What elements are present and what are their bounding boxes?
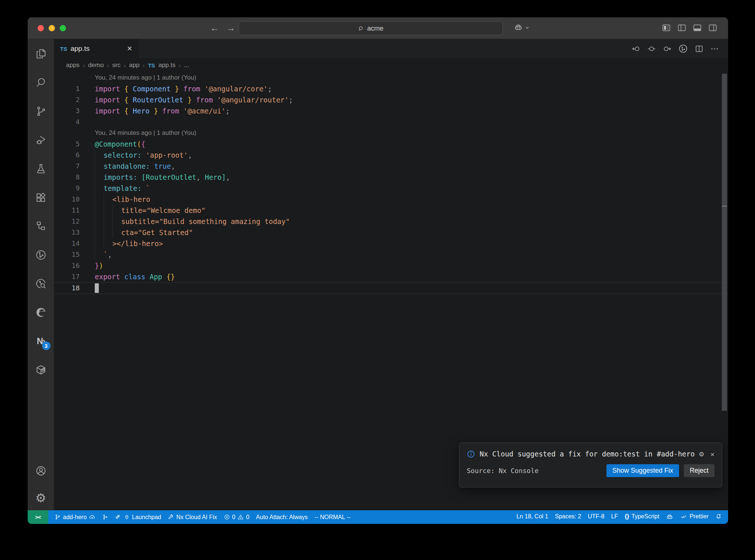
code-line[interactable]: 2import { RouterOutlet } from '@angular/… bbox=[54, 94, 728, 105]
code-editor[interactable]: You, 24 minutes ago | 1 author (You)1imp… bbox=[54, 72, 728, 510]
minimize-window-button[interactable] bbox=[49, 25, 55, 31]
code-line[interactable]: 18 bbox=[54, 282, 728, 294]
code-line[interactable]: 4 bbox=[54, 116, 728, 127]
indent-guide bbox=[95, 205, 104, 216]
edge-browser-icon[interactable] bbox=[35, 306, 47, 319]
plug-icon bbox=[124, 514, 130, 520]
code-line[interactable]: 6selector: 'app-root', bbox=[54, 150, 728, 161]
history-forward-button[interactable]: → bbox=[226, 22, 235, 34]
notification-close-icon[interactable]: ✕ bbox=[710, 450, 714, 458]
breadcrumb-item[interactable]: ... bbox=[184, 62, 189, 69]
notification-settings-icon[interactable]: ⚙ bbox=[699, 449, 704, 458]
gitlens-inspect-icon[interactable] bbox=[35, 277, 47, 290]
eol-label: LF bbox=[611, 513, 618, 520]
formatter-button[interactable]: Prettier bbox=[677, 513, 712, 520]
nx-run-target-icon[interactable] bbox=[678, 43, 688, 54]
code-line[interactable]: 11title="Welcmoe demo" bbox=[54, 205, 728, 216]
git-graph-button[interactable] bbox=[99, 510, 112, 524]
code-line[interactable]: 7standalone: true, bbox=[54, 161, 728, 172]
split-editor-icon[interactable] bbox=[695, 44, 704, 53]
branch-label: add-hero bbox=[63, 514, 87, 521]
prev-change-icon[interactable] bbox=[632, 44, 641, 53]
cursor-position-label: Ln 18, Col 1 bbox=[516, 513, 548, 520]
auto-attach-button[interactable]: Auto Attach: Always bbox=[253, 510, 311, 524]
containers-icon[interactable] bbox=[35, 364, 47, 376]
toggle-panel-icon[interactable] bbox=[693, 24, 702, 31]
line-number: 15 bbox=[54, 249, 80, 260]
error-count: 0 bbox=[232, 514, 236, 521]
settings-gear-icon[interactable]: ⚙ bbox=[35, 492, 47, 504]
editor-scrollbar[interactable] bbox=[722, 72, 727, 510]
remote-indicator-button[interactable]: >< bbox=[28, 510, 48, 524]
git-graph-icon bbox=[102, 514, 108, 520]
nx-cloud-fix-button[interactable]: Nx Cloud AI Fix bbox=[164, 510, 220, 524]
code-line[interactable]: 14></lib-hero> bbox=[54, 238, 728, 249]
copilot-menu-button[interactable] bbox=[514, 23, 529, 32]
branch-button[interactable]: add-hero bbox=[51, 510, 99, 524]
breadcrumb-item[interactable]: src bbox=[112, 62, 121, 69]
line-number: 8 bbox=[54, 172, 80, 183]
code-line[interactable]: 12subtitle="Build something amazing toda… bbox=[54, 216, 728, 227]
code-line[interactable]: 10<lib-hero bbox=[54, 194, 728, 205]
code-token: Component bbox=[133, 83, 171, 94]
line-number bbox=[54, 127, 80, 139]
code-token: from bbox=[158, 105, 184, 116]
explorer-icon[interactable] bbox=[35, 48, 47, 60]
problems-button[interactable]: 0 0 bbox=[220, 510, 253, 524]
indent-guide bbox=[104, 238, 112, 249]
code-line[interactable]: 1import { Component } from '@angular/cor… bbox=[54, 83, 728, 94]
history-back-button[interactable]: ← bbox=[210, 22, 219, 34]
double-check-icon bbox=[680, 514, 687, 520]
copilot-status-button[interactable] bbox=[662, 513, 677, 521]
code-line[interactable]: 8imports: [RouterOutlet, Hero], bbox=[54, 172, 728, 183]
tab-app-ts[interactable]: TS app.ts ✕ bbox=[54, 39, 139, 58]
nx-console-icon[interactable]: N› 3 bbox=[35, 335, 47, 347]
indentation-button[interactable]: Spaces: 2 bbox=[552, 513, 584, 520]
next-change-icon[interactable] bbox=[662, 44, 672, 53]
line-number: 7 bbox=[54, 161, 80, 172]
show-suggested-fix-button[interactable]: Show Suggested Fix bbox=[606, 464, 679, 477]
hierarchy-icon[interactable] bbox=[35, 220, 47, 232]
breadcrumb-item[interactable]: apps bbox=[66, 62, 80, 69]
launchpad-button[interactable]: Launchpad bbox=[112, 510, 164, 524]
more-actions-icon[interactable] bbox=[710, 44, 719, 53]
vim-mode-indicator[interactable]: -- NORMAL -- bbox=[311, 510, 354, 524]
code-token: {} bbox=[166, 271, 175, 282]
indent-guide bbox=[95, 238, 104, 249]
run-debug-icon[interactable] bbox=[35, 134, 47, 146]
testing-icon[interactable] bbox=[35, 162, 47, 175]
breadcrumb-item[interactable]: demo bbox=[88, 62, 104, 69]
toggle-secondary-sidebar-icon[interactable] bbox=[709, 24, 717, 31]
zoom-window-button[interactable] bbox=[60, 25, 66, 31]
code-token: ; bbox=[226, 105, 230, 116]
breadcrumb-item[interactable]: app bbox=[129, 62, 139, 69]
reject-button[interactable]: Reject bbox=[684, 464, 714, 477]
code-line[interactable]: 16}) bbox=[54, 260, 728, 271]
toggle-primary-sidebar-icon[interactable] bbox=[678, 24, 686, 31]
code-line[interactable]: 9template: ` bbox=[54, 183, 728, 194]
code-line[interactable]: 15`, bbox=[54, 249, 728, 260]
breadcrumb-item[interactable]: app.ts bbox=[159, 62, 175, 69]
nx-project-graph-icon[interactable] bbox=[35, 249, 47, 261]
code-line[interactable]: 5@Component({ bbox=[54, 139, 728, 150]
source-control-icon[interactable] bbox=[35, 105, 47, 118]
encoding-button[interactable]: UTF-8 bbox=[584, 513, 608, 520]
accounts-icon[interactable] bbox=[35, 465, 47, 477]
tab-close-icon[interactable]: ✕ bbox=[127, 45, 132, 53]
search-query-text: acme bbox=[367, 25, 383, 32]
scrollbar-thumb[interactable] bbox=[722, 74, 727, 411]
code-line[interactable]: 13cta="Get Started" bbox=[54, 227, 728, 238]
code-line[interactable]: 17export class App {} bbox=[54, 271, 728, 282]
current-change-icon[interactable] bbox=[647, 44, 656, 53]
close-window-button[interactable] bbox=[38, 25, 44, 31]
extensions-icon[interactable] bbox=[35, 191, 47, 204]
customize-layout-icon[interactable] bbox=[662, 24, 671, 31]
eol-button[interactable]: LF bbox=[608, 513, 622, 520]
command-center-search[interactable]: acme bbox=[239, 21, 503, 35]
search-icon[interactable] bbox=[35, 76, 47, 89]
indent-guide bbox=[112, 227, 121, 238]
language-mode-button[interactable]: {} TypeScript bbox=[621, 513, 662, 520]
notifications-bell-button[interactable] bbox=[712, 513, 725, 520]
cursor-position-button[interactable]: Ln 18, Col 1 bbox=[513, 513, 552, 520]
code-line[interactable]: 3import { Hero } from '@acme/ui'; bbox=[54, 105, 728, 116]
